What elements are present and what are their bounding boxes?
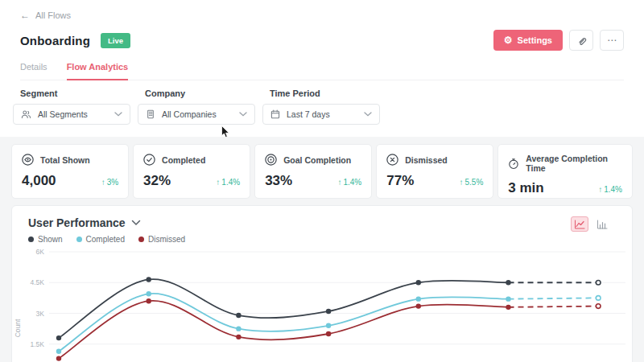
stat-card-completed: Completed 32% ↑1.4% <box>133 144 250 199</box>
time-period-select[interactable]: Last 7 days <box>262 104 380 125</box>
target-icon <box>265 154 277 166</box>
mouse-cursor <box>221 125 231 139</box>
back-label: All Flows <box>35 10 71 20</box>
stat-card-dismissed: Dismissed 77% ↑5.5% <box>376 144 493 199</box>
company-filter-label: Company <box>145 88 255 98</box>
page-title: Onboarding <box>20 34 90 47</box>
stopwatch-icon <box>508 158 519 170</box>
chevron-down-icon[interactable] <box>131 220 141 226</box>
stat-value: 3 min <box>508 180 543 196</box>
stats-row: Total Shown 4,000 ↑3% Completed 32% ↑1.4… <box>11 144 633 199</box>
back-arrow-icon: ← <box>20 10 30 21</box>
user-performance-card: User Performance Shown Completed Dismiss… <box>11 205 633 362</box>
trend-up-icon: ↑ <box>460 178 464 187</box>
eye-icon <box>22 154 34 166</box>
more-options-button[interactable]: ⋯ <box>600 30 624 51</box>
settings-label: Settings <box>518 35 552 45</box>
analytics-content: Total Shown 4,000 ↑3% Completed 32% ↑1.4… <box>0 137 644 362</box>
gear-icon: ⚙ <box>504 35 513 45</box>
flow-analytics-page: ← All Flows Onboarding Live ⚙ Settings ⋯ <box>0 0 644 362</box>
stat-value: 4,000 <box>22 173 56 189</box>
svg-text:1.5K: 1.5K <box>31 340 45 348</box>
line-chart-icon <box>574 220 585 229</box>
svg-text:Count: Count <box>14 319 22 337</box>
time-period-filter: Time Period Last 7 days <box>262 88 380 125</box>
stat-label: Total Shown <box>40 155 90 165</box>
chevron-down-icon <box>239 112 247 117</box>
stat-label: Goal Completion <box>283 155 351 165</box>
header-actions: ⚙ Settings ⋯ <box>493 30 624 51</box>
segment-filter: Segment All Segments <box>13 88 130 125</box>
chevron-down-icon <box>364 112 372 117</box>
users-icon <box>21 109 31 119</box>
status-badge: Live <box>101 33 130 48</box>
company-select[interactable]: All Companies <box>138 104 255 125</box>
filter-bar: Segment All Segments Company All Compani… <box>0 80 644 137</box>
tab-bar: Details Flow Analytics <box>20 62 624 80</box>
company-value: All Companies <box>162 109 217 119</box>
chart-title: User Performance <box>28 216 126 229</box>
building-icon <box>146 109 155 119</box>
stat-value: 77% <box>386 173 414 189</box>
segment-filter-label: Segment <box>20 88 130 98</box>
stat-label: Average Completion Time <box>526 154 622 173</box>
segment-select[interactable]: All Segments <box>13 104 130 125</box>
stat-card-goal-completion: Goal Completion 33% ↑1.4% <box>254 144 372 199</box>
user-performance-chart: 6K4.5K3K1.5K0Count <box>12 241 633 362</box>
stat-delta: ↑1.4% <box>337 178 361 187</box>
header: ← All Flows Onboarding Live ⚙ Settings ⋯ <box>0 0 644 80</box>
tab-details[interactable]: Details <box>20 62 47 80</box>
bar-chart-toggle[interactable] <box>593 216 611 232</box>
stat-value: 33% <box>265 173 292 189</box>
x-circle-icon <box>386 154 398 166</box>
trend-up-icon: ↑ <box>598 185 602 194</box>
svg-text:4.5K: 4.5K <box>31 278 45 286</box>
stat-label: Dismissed <box>405 155 448 165</box>
stat-delta: ↑3% <box>101 178 118 187</box>
time-period-value: Last 7 days <box>287 109 330 119</box>
copy-link-button[interactable] <box>569 30 593 51</box>
tab-flow-analytics[interactable]: Flow Analytics <box>67 62 129 80</box>
trend-up-icon: ↑ <box>337 178 341 187</box>
stat-label: Completed <box>162 155 205 165</box>
segment-value: All Segments <box>38 109 88 119</box>
stat-delta: ↑1.4% <box>598 185 622 194</box>
link-icon <box>576 35 587 46</box>
stat-value: 32% <box>143 173 171 189</box>
company-filter: Company All Companies <box>138 88 255 125</box>
settings-button[interactable]: ⚙ Settings <box>493 30 563 51</box>
stat-delta: ↑5.5% <box>460 178 484 187</box>
trend-up-icon: ↑ <box>216 178 220 187</box>
stat-delta: ↑1.4% <box>216 178 240 187</box>
time-period-filter-label: Time Period <box>270 88 380 98</box>
chevron-down-icon <box>114 112 122 117</box>
stat-card-total-shown: Total Shown 4,000 ↑3% <box>11 144 129 199</box>
svg-text:3K: 3K <box>36 310 45 318</box>
bar-chart-icon <box>597 220 608 229</box>
back-to-all-flows[interactable]: ← All Flows <box>20 0 71 21</box>
svg-text:6K: 6K <box>36 248 45 256</box>
line-chart-toggle[interactable] <box>571 216 588 232</box>
check-circle-icon <box>143 154 155 166</box>
chart-type-toggles <box>571 216 611 232</box>
stat-card-average-completion-time: Average Completion Time 3 min ↑1.4% <box>497 144 633 199</box>
calendar-icon <box>270 109 280 119</box>
trend-up-icon: ↑ <box>101 178 105 187</box>
more-icon: ⋯ <box>607 35 617 46</box>
